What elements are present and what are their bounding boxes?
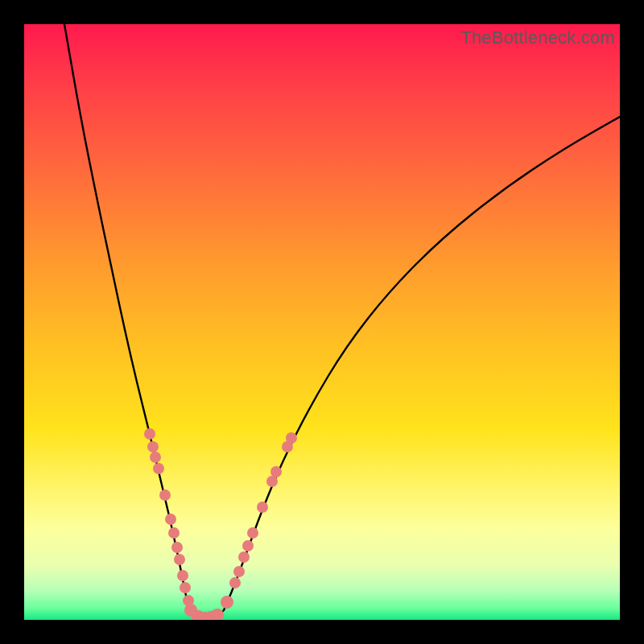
scatter-dot[interactable]	[147, 441, 159, 452]
scatter-dot[interactable]	[242, 540, 254, 551]
scatter-dot[interactable]	[266, 476, 278, 487]
scatter-dot[interactable]	[153, 463, 164, 474]
scatter-dot[interactable]	[180, 582, 191, 593]
scatter-dot[interactable]	[257, 502, 268, 513]
watermark-text: TheBottleneck.com	[460, 27, 615, 48]
scatter-dot[interactable]	[229, 577, 241, 588]
scatter-dot[interactable]	[174, 554, 185, 565]
scatter-dot[interactable]	[144, 428, 155, 440]
scatter-dot[interactable]	[150, 452, 161, 463]
scatter-dot[interactable]	[177, 570, 188, 581]
scatter-dot[interactable]	[233, 566, 245, 577]
scatter-dot[interactable]	[168, 527, 180, 539]
scatter-dot[interactable]	[211, 609, 224, 620]
dots-svg	[24, 24, 620, 620]
scatter-dot[interactable]	[286, 432, 297, 444]
scatter-dot[interactable]	[238, 551, 250, 563]
plot-area: TheBottleneck.com	[24, 24, 620, 620]
scatter-dot[interactable]	[270, 466, 282, 477]
scatter-dot[interactable]	[171, 542, 183, 553]
scatter-dots-group	[144, 428, 297, 620]
scatter-dot[interactable]	[159, 489, 171, 501]
scatter-dot[interactable]	[165, 514, 176, 525]
scatter-dot[interactable]	[221, 596, 233, 609]
scatter-dot[interactable]	[247, 527, 258, 539]
chart-container: TheBottleneck.com	[0, 0, 644, 644]
